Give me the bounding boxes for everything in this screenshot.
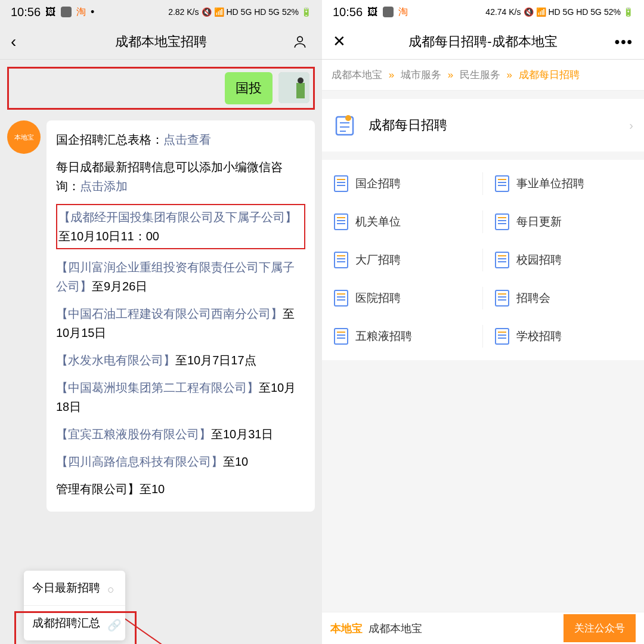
company-link-4[interactable]: 【水发水电有限公司】 bbox=[56, 354, 175, 367]
app-icon bbox=[61, 7, 72, 17]
doc-icon bbox=[334, 213, 348, 230]
doc-icon bbox=[495, 328, 509, 345]
svg-rect-2 bbox=[296, 83, 305, 98]
chevron-right-icon: › bbox=[629, 119, 633, 132]
cat-soe[interactable]: 国企招聘 bbox=[322, 165, 483, 203]
battery-text: 52% bbox=[282, 7, 299, 17]
crumb-2[interactable]: 城市服务 bbox=[401, 69, 441, 80]
crumb-sep: » bbox=[389, 69, 394, 80]
crumb-1[interactable]: 成都本地宝 bbox=[332, 69, 382, 80]
crumb-3[interactable]: 民生服务 bbox=[460, 69, 500, 80]
msg-item-6: 【宜宾五粮液股份有限公司】至10月31日 bbox=[56, 425, 305, 444]
doc-icon bbox=[495, 290, 509, 306]
profile-icon[interactable] bbox=[292, 34, 311, 49]
link-view[interactable]: 点击查看 bbox=[163, 133, 211, 146]
category-grid: 国企招聘 事业单位招聘 机关单位 每日更新 大厂招聘 校园招聘 医院招聘 招聘会… bbox=[322, 160, 644, 360]
back-button[interactable]: ‹ bbox=[11, 32, 30, 51]
svg-point-3 bbox=[298, 78, 304, 83]
status-time: 10:56 bbox=[333, 5, 363, 19]
company-link-6[interactable]: 【宜宾五粮液股份有限公司】 bbox=[56, 428, 211, 441]
crumb-sep: » bbox=[507, 69, 512, 80]
close-button[interactable]: ✕ bbox=[333, 32, 352, 51]
outgoing-bubble[interactable]: 国投 bbox=[225, 72, 273, 104]
doc-icon bbox=[334, 328, 348, 345]
battery-text: 52% bbox=[604, 7, 621, 17]
wifi-icon: 📶 bbox=[214, 7, 224, 17]
footer-logo: 本地宝 bbox=[330, 621, 363, 636]
company-link-1[interactable]: 【成都经开国投集团有限公司及下属子公司】 bbox=[58, 210, 297, 224]
status-time: 10:56 bbox=[11, 5, 41, 19]
svg-rect-1 bbox=[278, 72, 309, 103]
cat-hospital[interactable]: 医院招聘 bbox=[322, 279, 483, 317]
cat-school[interactable]: 学校招聘 bbox=[483, 317, 644, 355]
doc-icon bbox=[495, 252, 509, 268]
dot-icon: • bbox=[91, 6, 94, 18]
link-add[interactable]: 点击添加 bbox=[80, 179, 128, 193]
msg-item-4: 【水发水电有限公司】至10月7日17点 bbox=[56, 351, 305, 370]
left-screen: 10:56 🖼 淘 • 2.82 K/s 🔇 📶 HD 5G HD 5G 52%… bbox=[0, 0, 322, 644]
picture-icon: 🖼 bbox=[367, 6, 378, 18]
chat-header: ‹ 成都本地宝招聘 bbox=[0, 24, 322, 60]
circle-icon: ○ bbox=[107, 583, 117, 593]
company-link-5[interactable]: 【中国葛洲坝集团第二工程有限公司】 bbox=[56, 381, 259, 394]
battery-icon: 🔋 bbox=[623, 7, 633, 17]
msg-item-8: 管理有限公司】至10 bbox=[56, 479, 305, 499]
app-icon bbox=[383, 7, 394, 17]
taobao-icon: 淘 bbox=[76, 6, 86, 18]
status-bar-right: 10:56 🖼 淘 42.74 K/s 🔇 📶 HD 5G HD 5G 52% … bbox=[322, 0, 644, 24]
mute-icon: 🔇 bbox=[524, 7, 534, 17]
footer-text: 成都本地宝 bbox=[369, 621, 422, 636]
doc-icon bbox=[334, 252, 348, 268]
cat-daily[interactable]: 每日更新 bbox=[483, 203, 644, 241]
msg-line-1: 国企招聘汇总表格：点击查看 bbox=[56, 130, 305, 149]
msg-item-1-highlighted: 【成都经开国投集团有限公司及下属子公司】至10月10日11：00 bbox=[56, 204, 305, 249]
crumb-sep: » bbox=[448, 69, 453, 80]
cat-row: 大厂招聘 校园招聘 bbox=[322, 241, 644, 279]
bot-avatar[interactable]: 本地宝 bbox=[7, 120, 41, 154]
battery-icon: 🔋 bbox=[301, 7, 311, 17]
chat-title: 成都本地宝招聘 bbox=[30, 33, 292, 51]
cat-campus[interactable]: 校园招聘 bbox=[483, 241, 644, 279]
signal-text: HD 5G HD 5G bbox=[227, 7, 280, 17]
svg-point-5 bbox=[345, 115, 351, 121]
popup-item-today[interactable]: 今日最新招聘○ bbox=[24, 571, 125, 606]
signal-text: HD 5G HD 5G bbox=[549, 7, 602, 17]
picture-icon: 🖼 bbox=[45, 6, 56, 18]
footer-bar: 本地宝 成都本地宝 关注公众号 bbox=[322, 612, 644, 644]
outgoing-message-highlighted: 国投 bbox=[7, 67, 315, 110]
chat-body[interactable]: 国投 本地宝 国企招聘汇总表格：点击查看 每日成都最新招聘信息可以添加小编微信咨… bbox=[0, 60, 322, 644]
doc-icon bbox=[334, 175, 348, 192]
follow-button[interactable]: 关注公众号 bbox=[564, 614, 636, 642]
cat-jobfair[interactable]: 招聘会 bbox=[483, 279, 644, 317]
cat-row: 五粮液招聘 学校招聘 bbox=[322, 317, 644, 355]
msg-item-7: 【四川高路信息科技有限公司】至10 bbox=[56, 452, 305, 471]
mute-icon: 🔇 bbox=[202, 7, 212, 17]
cat-gov[interactable]: 机关单位 bbox=[322, 203, 483, 241]
incoming-message: 本地宝 国企招聘汇总表格：点击查看 每日成都最新招聘信息可以添加小编微信咨询：点… bbox=[7, 120, 315, 512]
msg-item-3: 【中国石油工程建设有限公司西南分公司】至10月15日 bbox=[56, 304, 305, 342]
breadcrumb: 成都本地宝 » 城市服务 » 民生服务 » 成都每日招聘 bbox=[322, 60, 644, 91]
cat-row: 医院招聘 招聘会 bbox=[322, 279, 644, 317]
main-category-card[interactable]: 成都每日招聘 › bbox=[322, 99, 644, 151]
doc-icon bbox=[334, 290, 348, 306]
svg-point-0 bbox=[298, 36, 303, 42]
cat-bigco[interactable]: 大厂招聘 bbox=[322, 241, 483, 279]
page-title: 成都每日招聘-成都本地宝 bbox=[352, 33, 614, 51]
cat-row: 国企招聘 事业单位招聘 bbox=[322, 165, 644, 203]
status-bar-left: 10:56 🖼 淘 • 2.82 K/s 🔇 📶 HD 5G HD 5G 52%… bbox=[0, 0, 322, 24]
cat-row: 机关单位 每日更新 bbox=[322, 203, 644, 241]
user-avatar[interactable] bbox=[278, 72, 309, 103]
cat-institution[interactable]: 事业单位招聘 bbox=[483, 165, 644, 203]
company-link-7[interactable]: 【四川高路信息科技有限公司】 bbox=[56, 455, 223, 468]
msg-item-2: 【四川富润企业重组投资有限责任公司下属子公司】至9月26日 bbox=[56, 258, 305, 296]
main-card-title: 成都每日招聘 bbox=[369, 116, 629, 134]
company-link-3[interactable]: 【中国石油工程建设有限公司西南分公司】 bbox=[56, 307, 283, 320]
highlight-box bbox=[14, 611, 137, 644]
net-speed: 2.82 K/s bbox=[168, 7, 199, 17]
more-button[interactable]: ••• bbox=[614, 33, 633, 50]
incoming-bubble: 国企招聘汇总表格：点击查看 每日成都最新招聘信息可以添加小编微信咨询：点击添加 … bbox=[47, 120, 315, 512]
page-header: ✕ 成都每日招聘-成都本地宝 ••• bbox=[322, 24, 644, 60]
cat-wuliangye[interactable]: 五粮液招聘 bbox=[322, 317, 483, 355]
msg-item-5: 【中国葛洲坝集团第二工程有限公司】至10月18日 bbox=[56, 378, 305, 416]
crumb-4-active: 成都每日招聘 bbox=[519, 69, 580, 80]
